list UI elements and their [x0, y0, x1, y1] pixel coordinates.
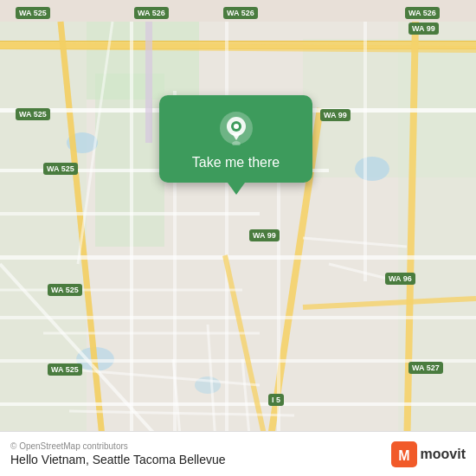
svg-rect-34 — [145, 22, 152, 143]
svg-line-13 — [0, 46, 476, 49]
take-me-there-button[interactable]: Take me there — [192, 154, 280, 170]
svg-text:M: M — [398, 448, 409, 463]
copyright-text: © OpenStreetMap contributors — [10, 441, 226, 451]
shield-wa526-mid1: WA 526 — [134, 7, 169, 19]
map-container: WA 525 WA 526 WA 526 WA 526 WA 99 WA 525… — [0, 0, 476, 476]
shield-wa525-lower-left2: WA 525 — [48, 284, 82, 296]
svg-rect-24 — [0, 402, 476, 406]
svg-point-7 — [355, 157, 389, 181]
shield-wa527: WA 527 — [408, 362, 443, 374]
svg-rect-27 — [225, 22, 228, 454]
location-name: Hello Vietnam, Seattle Tacoma Bellevue — [10, 453, 226, 466]
bottom-bar: © OpenStreetMap contributors Hello Vietn… — [0, 431, 476, 476]
shield-wa96: WA 96 — [385, 273, 415, 285]
shield-wa525-left: WA 525 — [16, 108, 50, 120]
svg-rect-1 — [0, 22, 87, 454]
shield-wa99-lower-mid: WA 99 — [249, 229, 280, 241]
moovit-brand-text: moovit — [421, 447, 466, 462]
svg-point-48 — [234, 124, 239, 129]
shield-wa525-lower-left1: WA 525 — [43, 163, 78, 175]
svg-rect-25 — [130, 22, 133, 454]
map-svg — [0, 0, 476, 476]
shield-i5-bottom: I 5 — [268, 394, 284, 406]
popup-card: Take me there — [159, 95, 312, 183]
moovit-icon: M — [391, 441, 417, 467]
moovit-icon-container: M — [391, 441, 417, 467]
shield-wa526-right: WA 526 — [405, 7, 440, 19]
shield-wa99-top-right: WA 99 — [408, 23, 439, 35]
svg-rect-21 — [0, 255, 476, 260]
shield-wa99-mid: WA 99 — [320, 109, 351, 121]
shield-wa525-bottom-left: WA 525 — [48, 363, 82, 376]
shield-wa526-mid2: WA 526 — [223, 7, 258, 19]
shield-wa525-top-left: WA 525 — [16, 7, 50, 19]
svg-rect-11 — [0, 41, 476, 42]
svg-rect-23 — [0, 359, 476, 363]
bottom-left: © OpenStreetMap contributors Hello Vietn… — [10, 441, 226, 466]
moovit-logo: M moovit — [391, 441, 466, 467]
location-pin-icon — [219, 111, 254, 145]
